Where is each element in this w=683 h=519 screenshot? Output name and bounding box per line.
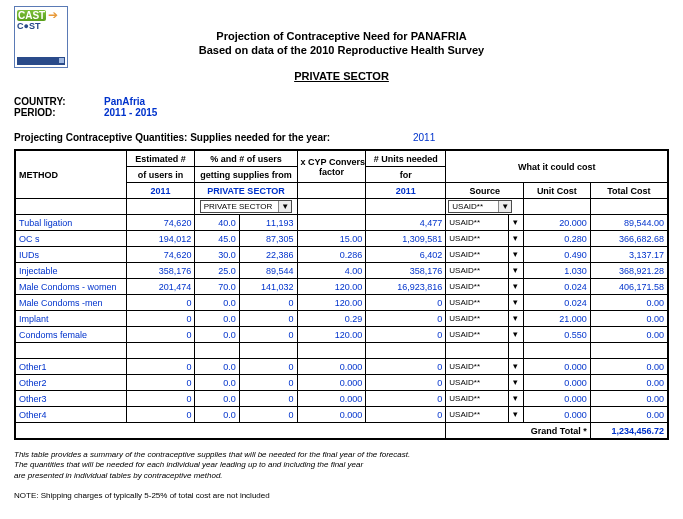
cell-totalcost: 0.00 xyxy=(590,295,668,311)
cell-cyp: 0.000 xyxy=(297,359,366,375)
cell-estimated: 201,474 xyxy=(126,279,195,295)
cell-source: USAID** xyxy=(446,327,508,343)
col-units-2: for xyxy=(366,167,446,183)
cell-cyp: 0.000 xyxy=(297,375,366,391)
chevron-down-icon: ▾ xyxy=(509,264,524,277)
sector-dropdown[interactable]: PRIVATE SECTOR ▼ xyxy=(200,200,292,213)
cell-method: Male Condoms - women xyxy=(15,279,126,295)
table-row: Other400.000.0000USAID**▾0.0000.00 xyxy=(15,407,668,423)
cell-totalcost: 368,921.28 xyxy=(590,263,668,279)
source-row-dropdown[interactable]: ▾ xyxy=(508,215,524,231)
cell-totalcost: 0.00 xyxy=(590,359,668,375)
cell-estimated: 74,620 xyxy=(126,247,195,263)
cell-units: 0 xyxy=(366,327,446,343)
cell-percent: 0.0 xyxy=(195,295,239,311)
cell-source: USAID** xyxy=(446,279,508,295)
footnote-2: The quantities that will be needed for e… xyxy=(14,460,669,470)
cell-estimated: 0 xyxy=(126,391,195,407)
cell-units: 4,477 xyxy=(366,215,446,231)
table-row: Male Condoms - women201,47470.0141,03212… xyxy=(15,279,668,295)
cell-percent: 45.0 xyxy=(195,231,239,247)
cell-number: 0 xyxy=(239,407,297,423)
cell-number: 22,386 xyxy=(239,247,297,263)
source-row-dropdown[interactable]: ▾ xyxy=(508,311,524,327)
cell-unitcost: 0.000 xyxy=(524,375,591,391)
source-dropdown[interactable]: USAID** ▼ xyxy=(448,200,512,213)
source-row-dropdown[interactable]: ▾ xyxy=(508,359,524,375)
cell-percent: 0.0 xyxy=(195,311,239,327)
cell-totalcost: 0.00 xyxy=(590,407,668,423)
cell-number: 0 xyxy=(239,295,297,311)
cell-cyp: 0.29 xyxy=(297,311,366,327)
cell-estimated: 194,012 xyxy=(126,231,195,247)
page-title: Projection of Contraceptive Need for PAN… xyxy=(14,30,669,42)
col-est-1: Estimated # xyxy=(126,150,195,167)
period-label: PERIOD: xyxy=(14,107,104,118)
source-row-dropdown[interactable]: ▾ xyxy=(508,279,524,295)
source-row-dropdown[interactable]: ▾ xyxy=(508,375,524,391)
cell-totalcost: 0.00 xyxy=(590,327,668,343)
cell-unitcost: 0.024 xyxy=(524,295,591,311)
cell-number: 0 xyxy=(239,375,297,391)
source-row-dropdown[interactable]: ▾ xyxy=(508,263,524,279)
col-pct-3: PRIVATE SECTOR xyxy=(195,183,297,199)
cell-unitcost: 0.000 xyxy=(524,391,591,407)
table-row: Male Condoms -men00.00120.000USAID**▾0.0… xyxy=(15,295,668,311)
source-row-dropdown[interactable]: ▾ xyxy=(508,327,524,343)
cell-units: 0 xyxy=(366,391,446,407)
chevron-down-icon: ▾ xyxy=(509,360,524,373)
cell-percent: 30.0 xyxy=(195,247,239,263)
cell-method: Other3 xyxy=(15,391,126,407)
cell-units: 0 xyxy=(366,407,446,423)
cell-percent: 0.0 xyxy=(195,391,239,407)
cell-unitcost: 0.024 xyxy=(524,279,591,295)
cell-cyp: 0.286 xyxy=(297,247,366,263)
cell-percent: 40.0 xyxy=(195,215,239,231)
table-row: Implant00.000.290USAID**▾21.0000.00 xyxy=(15,311,668,327)
cell-source: USAID** xyxy=(446,311,508,327)
cell-cyp: 120.00 xyxy=(297,279,366,295)
cell-totalcost: 3,137.17 xyxy=(590,247,668,263)
table-row: Other200.000.0000USAID**▾0.0000.00 xyxy=(15,375,668,391)
cell-unitcost: 1.030 xyxy=(524,263,591,279)
source-row-dropdown[interactable]: ▾ xyxy=(508,231,524,247)
cell-source: USAID** xyxy=(446,391,508,407)
cell-estimated: 358,176 xyxy=(126,263,195,279)
supplies-table: METHOD Estimated # % and # of users x CY… xyxy=(14,149,669,440)
source-row-dropdown[interactable]: ▾ xyxy=(508,247,524,263)
cell-method: Implant xyxy=(15,311,126,327)
col-cost: What it could cost xyxy=(446,150,668,183)
app-logo: CAST➔ C●ST xyxy=(14,6,68,68)
chevron-down-icon: ▾ xyxy=(509,232,524,245)
cell-percent: 70.0 xyxy=(195,279,239,295)
table-row: Other100.000.0000USAID**▾0.0000.00 xyxy=(15,359,668,375)
cell-source: USAID** xyxy=(446,231,508,247)
col-source: Source xyxy=(446,183,524,199)
chevron-down-icon: ▾ xyxy=(509,376,524,389)
cell-number: 87,305 xyxy=(239,231,297,247)
col-units-1: # Units needed xyxy=(366,150,446,167)
table-row: Other300.000.0000USAID**▾0.0000.00 xyxy=(15,391,668,407)
chevron-down-icon: ▾ xyxy=(509,248,524,261)
cell-cyp: 120.00 xyxy=(297,295,366,311)
chevron-down-icon: ▾ xyxy=(509,296,524,309)
chevron-down-icon: ▼ xyxy=(278,201,291,212)
chevron-down-icon: ▾ xyxy=(509,312,524,325)
cell-method: Male Condoms -men xyxy=(15,295,126,311)
cell-percent: 0.0 xyxy=(195,359,239,375)
chevron-down-icon: ▼ xyxy=(498,201,511,212)
col-totalcost: Total Cost xyxy=(590,183,668,199)
col-units-3: 2011 xyxy=(366,183,446,199)
col-est-3: 2011 xyxy=(126,183,195,199)
cell-source: USAID** xyxy=(446,375,508,391)
cell-method: Condoms female xyxy=(15,327,126,343)
col-cyp: x CYP Conversionfactor xyxy=(297,150,366,183)
source-row-dropdown[interactable]: ▾ xyxy=(508,391,524,407)
cell-estimated: 0 xyxy=(126,407,195,423)
source-row-dropdown[interactable]: ▾ xyxy=(508,407,524,423)
col-unitcost: Unit Cost xyxy=(524,183,591,199)
grand-total-label: Grand Total * xyxy=(446,423,590,440)
cell-cyp xyxy=(297,215,366,231)
col-pct-2: getting supplies from xyxy=(195,167,297,183)
source-row-dropdown[interactable]: ▾ xyxy=(508,295,524,311)
